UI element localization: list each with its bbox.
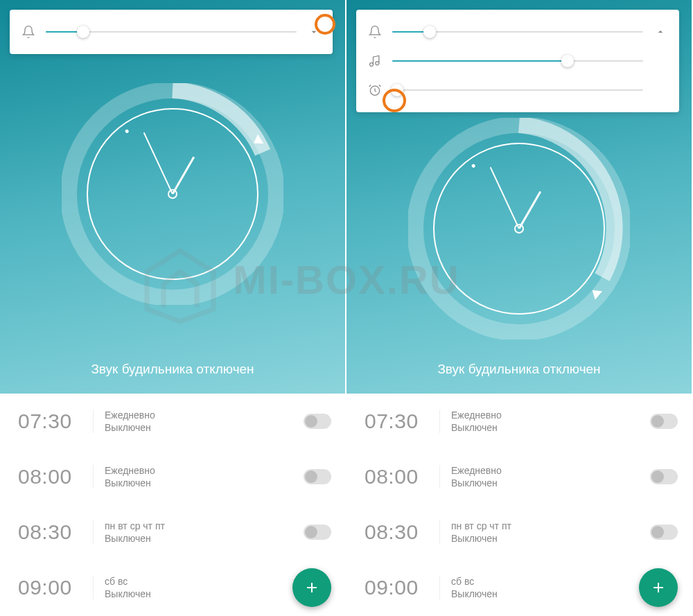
alarm-entry[interactable]: 08:00 Ежедневно Выключен [346, 449, 692, 504]
music-volume-slider[interactable] [392, 60, 643, 62]
bell-icon [367, 24, 383, 39]
alarm-state: Выключен [451, 477, 650, 489]
alarm-repeat: сб вс [105, 576, 292, 587]
alarm-slider-thumb[interactable] [391, 84, 403, 96]
alarm-clock-icon [367, 82, 383, 98]
alarm-toggle[interactable] [650, 414, 678, 429]
alarm-state: Выключен [105, 422, 304, 433]
clock-status-text: Звук будильника отключен [91, 362, 254, 377]
alarm-repeat: сб вс [451, 576, 639, 587]
alarm-list: 07:30 Ежедневно Выключен 08:00 Ежедневно… [0, 394, 345, 616]
screen-right: Звук будильника отключен 07:30 Ежедневно… [346, 0, 693, 616]
volume-row-bell [21, 19, 322, 44]
alarm-entry[interactable]: 08:30 пн вт ср чт пт Выключен [0, 504, 345, 560]
alarm-repeat: Ежедневно [105, 465, 304, 476]
alarm-repeat: пн вт ср чт пт [105, 520, 304, 531]
clock-center [168, 189, 177, 199]
alarm-info: сб вс Выключен [93, 576, 292, 599]
alarm-time: 08:00 [365, 465, 439, 489]
alarm-toggle[interactable] [304, 525, 331, 540]
alarm-time: 08:30 [365, 520, 439, 544]
volume-row-bell [367, 19, 668, 44]
alarm-info: Ежедневно Выключен [439, 410, 650, 433]
bell-slider-thumb[interactable] [77, 26, 89, 38]
alarm-state: Выключен [451, 588, 639, 599]
alarm-repeat: пн вт ср чт пт [451, 520, 650, 531]
alarm-toggle[interactable] [304, 414, 331, 429]
music-icon [367, 53, 383, 69]
alarm-state: Выключен [105, 588, 292, 599]
alarm-info: Ежедневно Выключен [93, 410, 304, 433]
alarm-info: пн вт ср чт пт Выключен [439, 520, 650, 544]
bell-icon [21, 24, 36, 39]
volume-panel-expanded [356, 10, 679, 112]
svg-point-3 [376, 62, 379, 65]
bell-slider-thumb[interactable] [423, 26, 436, 38]
alarm-repeat: Ежедневно [451, 410, 650, 421]
alarm-entry[interactable]: 08:00 Ежедневно Выключен [0, 449, 345, 504]
alarm-info: пн вт ср чт пт Выключен [93, 520, 304, 544]
watermark-icon [139, 243, 222, 326]
clock-area: Звук будильника отключен [0, 0, 345, 394]
alarm-repeat: Ежедневно [105, 410, 304, 421]
bell-volume-slider[interactable] [392, 31, 643, 33]
alarm-info: Ежедневно Выключен [93, 465, 304, 489]
alarm-entry[interactable]: 07:30 Ежедневно Выключен [0, 394, 345, 449]
screen-left: Звук будильника отключен 07:30 Ежедневно… [0, 0, 346, 616]
add-alarm-button[interactable] [292, 568, 331, 607]
music-slider-thumb[interactable] [561, 55, 574, 67]
alarm-entry[interactable]: 08:30 пн вт ср чт пт Выключен [346, 504, 692, 560]
add-alarm-button[interactable] [639, 568, 678, 607]
svg-point-2 [370, 63, 374, 67]
clock-status-text: Звук будильника отключен [437, 362, 600, 377]
volume-panel-collapsed [10, 10, 333, 54]
alarm-volume-slider[interactable] [392, 89, 643, 91]
alarm-time: 09:00 [18, 576, 93, 599]
expand-button[interactable] [306, 24, 322, 39]
alarm-time: 08:00 [18, 465, 93, 489]
alarm-time: 07:30 [18, 410, 93, 433]
alarm-toggle[interactable] [650, 469, 678, 484]
alarm-toggle[interactable] [304, 469, 331, 484]
alarm-info: Ежедневно Выключен [439, 465, 650, 489]
alarm-time: 07:30 [365, 410, 439, 433]
alarm-state: Выключен [105, 533, 304, 544]
alarm-state: Выключен [451, 422, 650, 433]
volume-row-music [367, 49, 668, 73]
alarm-state: Выключен [451, 533, 650, 544]
alarm-state: Выключен [105, 477, 304, 489]
svg-marker-1 [147, 251, 213, 322]
bell-volume-slider[interactable] [46, 31, 297, 33]
clock-area: Звук будильника отключен [346, 0, 692, 394]
alarm-entry[interactable]: 07:30 Ежедневно Выключен [346, 394, 692, 449]
alarm-toggle[interactable] [650, 525, 678, 540]
alarm-entry[interactable]: 09:00 сб вс Выключен [346, 560, 692, 615]
alarm-time: 09:00 [365, 576, 439, 599]
volume-row-alarm [367, 78, 668, 103]
collapse-button[interactable] [653, 24, 668, 39]
clock-center [514, 224, 524, 234]
alarm-time: 08:30 [18, 520, 93, 544]
analog-clock [408, 118, 630, 340]
alarm-list: 07:30 Ежедневно Выключен 08:00 Ежедневно… [346, 394, 692, 616]
alarm-entry[interactable]: 09:00 сб вс Выключен [0, 560, 345, 615]
alarm-repeat: Ежедневно [451, 465, 650, 476]
alarm-info: сб вс Выключен [439, 576, 639, 599]
